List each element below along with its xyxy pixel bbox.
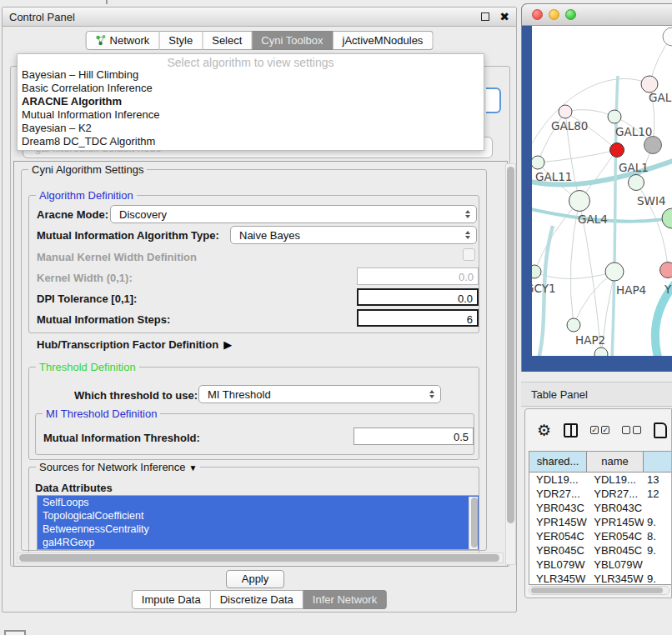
network-node[interactable] (660, 262, 672, 278)
network-edge[interactable] (538, 150, 617, 162)
table-panel-titlebar: Table Panel (521, 382, 672, 407)
tab-jactivemnodules[interactable]: jActiveMNodules (333, 31, 434, 50)
algorithm-combobox-fragment[interactable] (486, 88, 501, 113)
network-node[interactable] (532, 265, 541, 278)
table-row[interactable]: YDL19...YDL19...13 (529, 472, 672, 487)
data-attribute-item[interactable]: gal4RGexp (38, 536, 479, 549)
settings-horizontal-scrollbar[interactable] (17, 552, 504, 563)
network-node[interactable] (610, 143, 624, 158)
table-row[interactable]: YBL079WYBL079W (529, 558, 672, 572)
expanded-arrow-icon: ▼ (189, 463, 198, 472)
mi-type-combobox[interactable]: Naive Bayes (230, 226, 477, 244)
network-node[interactable] (608, 110, 621, 123)
table-cell: YDL19... (587, 472, 644, 487)
select-all-columns-icon[interactable]: ✓ ✓ (590, 426, 609, 434)
tab-network[interactable]: Network (86, 31, 160, 50)
network-node[interactable] (594, 348, 608, 356)
algorithm-definition-legend: Algorithm Definition (36, 189, 137, 202)
mi-steps-label: Mutual Information Steps: (37, 313, 170, 326)
network-edge[interactable] (532, 78, 649, 159)
manual-kernel-checkbox[interactable] (463, 248, 475, 261)
scrollbar-thumb[interactable] (19, 554, 499, 562)
unchecked-box-icon (622, 426, 630, 434)
table-row[interactable]: YLR345WYLR345W9. (529, 572, 672, 585)
aracne-mode-combobox[interactable]: Discovery (110, 205, 477, 223)
algorithm-option[interactable]: Dream8 DC_TDC Algorithm (18, 135, 484, 148)
table-cell: YBR045C (529, 543, 587, 558)
table-cell: YPR145W (587, 515, 644, 529)
network-canvas[interactable]: GALGAL80GAL10GAL1GAL11SWI4GAL4GCY1HAP4YH… (532, 26, 672, 356)
table-row[interactable]: YBR043CYBR043C (529, 501, 672, 515)
which-threshold-combobox[interactable]: MI Threshold (198, 385, 441, 403)
network-node[interactable] (532, 156, 544, 169)
bottom-left-icon-fragment[interactable] (4, 630, 26, 635)
hub-definition-toggle[interactable]: Hub/Transcription Factor Definition▶ (37, 338, 232, 351)
network-node[interactable] (629, 175, 644, 191)
network-edge[interactable] (565, 110, 614, 117)
algorithm-option[interactable]: Bayesian – Hill Climbing (18, 68, 484, 82)
data-attribute-item[interactable]: TopologicalCoefficient (38, 509, 479, 522)
table-row[interactable]: YDR27...YDR27...12 (529, 487, 672, 501)
gear-icon[interactable]: ⚙ (537, 422, 551, 438)
list-vertical-scrollbar[interactable] (469, 497, 478, 549)
mi-steps-field[interactable]: 6 (357, 309, 479, 327)
unselect-all-columns-icon[interactable] (622, 426, 641, 434)
aracne-mode-label: Aracne Mode: (37, 208, 108, 221)
settings-vertical-scrollbar[interactable] (505, 163, 516, 565)
column-header[interactable] (644, 452, 672, 472)
algorithm-option[interactable]: Bayesian – K2 (18, 122, 484, 135)
columns-icon[interactable] (564, 423, 578, 438)
network-node[interactable] (559, 105, 572, 118)
tab-discretize-data[interactable]: Discretize Data (211, 590, 303, 609)
tab-jactivemnodules-label: jActiveMNodules (343, 34, 424, 47)
zoom-window-icon[interactable] (565, 9, 576, 20)
table-toolbar: ⚙ ✓ ✓ (525, 414, 671, 446)
combo-arrows-icon (465, 210, 470, 218)
close-panel-icon[interactable]: ✖ (499, 12, 509, 21)
table-row[interactable]: YBR045CYBR045C9. (529, 543, 672, 558)
table-cell: 9. (644, 572, 672, 585)
network-node[interactable] (569, 191, 590, 212)
minimize-window-icon[interactable] (549, 9, 559, 20)
network-node[interactable] (644, 137, 662, 154)
data-attribute-item[interactable]: SelfLoops (38, 496, 479, 509)
dpi-tolerance-field[interactable]: 0.0 (357, 288, 479, 306)
tab-style[interactable]: Style (159, 31, 203, 50)
float-panel-icon[interactable] (481, 12, 489, 21)
network-node[interactable] (605, 262, 624, 281)
table-row[interactable]: YER054CYER054C8. (529, 529, 672, 543)
column-header[interactable]: name (587, 452, 644, 472)
export-table-icon[interactable] (654, 422, 667, 438)
column-header[interactable]: shared... (529, 452, 587, 472)
network-node[interactable] (662, 208, 672, 228)
sources-legend[interactable]: Sources for Network Inference▼ (36, 461, 200, 473)
checked-box-icon: ✓ (601, 426, 609, 434)
algorithm-option[interactable]: Mutual Information Inference (18, 108, 484, 122)
network-graph: GALGAL80GAL10GAL1GAL11SWI4GAL4GCY1HAP4YH… (532, 26, 672, 356)
close-window-icon[interactable] (532, 9, 543, 20)
tab-impute-data[interactable]: Impute Data (132, 590, 211, 609)
data-attribute-item[interactable]: BetweennessCentrality (38, 522, 479, 536)
data-attributes-list[interactable]: SelfLoopsTopologicalCoefficientBetweenne… (37, 495, 479, 550)
network-node-label: HAP2 (575, 333, 605, 347)
algorithm-option[interactable]: ARACNE Algorithm (18, 95, 484, 108)
network-node[interactable] (567, 318, 580, 332)
apply-button[interactable]: Apply (226, 570, 284, 588)
table-cell: YER054C (529, 529, 587, 543)
which-threshold-label: Which threshold to use: (74, 389, 198, 402)
algorithm-option[interactable]: Basic Correlation Inference (18, 82, 484, 95)
tab-cyni-toolbox[interactable]: Cyni Toolbox (252, 31, 333, 50)
network-node[interactable] (663, 28, 672, 46)
table-cell: 8. (644, 529, 672, 543)
tab-select[interactable]: Select (203, 31, 252, 50)
network-node[interactable] (641, 76, 658, 92)
table-row[interactable]: YPR145WYPR145W9. (529, 515, 672, 529)
scrollbar-thumb[interactable] (471, 498, 478, 548)
table-horizontal-scrollbar[interactable] (529, 586, 669, 595)
scrollbar-thumb[interactable] (531, 588, 663, 593)
network-edge[interactable] (574, 272, 614, 325)
kernel-width-field[interactable]: 0.0 (357, 268, 479, 285)
mi-threshold-field[interactable]: 0.5 (354, 428, 474, 445)
scrollbar-thumb[interactable] (507, 167, 514, 523)
tab-infer-network[interactable]: Infer Network (303, 590, 387, 609)
